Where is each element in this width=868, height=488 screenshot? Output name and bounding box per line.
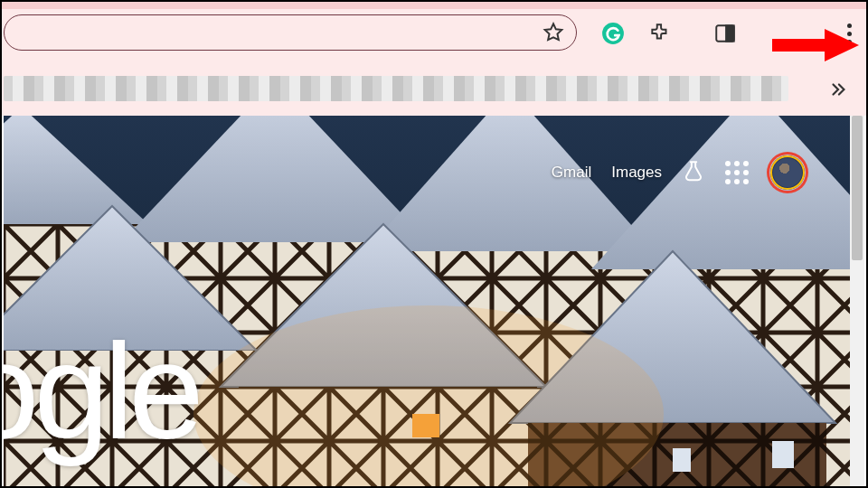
svg-rect-2 <box>726 25 734 41</box>
scrollbar-thumb[interactable] <box>852 116 863 260</box>
extensions-icon[interactable] <box>647 21 673 46</box>
grammarly-icon[interactable] <box>600 21 626 46</box>
images-link[interactable]: Images <box>611 164 662 182</box>
star-icon[interactable] <box>542 21 565 48</box>
annotation-arrow <box>772 27 859 67</box>
bookmark-bar-blurred <box>4 76 788 101</box>
google-logo-fragment: ogle <box>4 324 199 459</box>
vertical-scrollbar[interactable] <box>850 116 864 486</box>
svg-marker-4 <box>825 29 859 61</box>
chevron-right-double-icon[interactable] <box>828 80 848 103</box>
svg-rect-25 <box>673 448 691 472</box>
sidepanel-icon[interactable] <box>712 21 738 46</box>
address-bar[interactable] <box>4 14 577 51</box>
flask-icon[interactable] <box>682 159 705 187</box>
page-viewport: Gmail Images ogle <box>4 116 854 486</box>
tab-strip-edge <box>2 2 866 9</box>
browser-toolbar <box>2 2 866 61</box>
profile-avatar[interactable] <box>769 154 807 192</box>
gmail-link[interactable]: Gmail <box>552 164 591 182</box>
svg-rect-24 <box>772 441 794 468</box>
apps-grid-icon[interactable] <box>725 161 749 184</box>
